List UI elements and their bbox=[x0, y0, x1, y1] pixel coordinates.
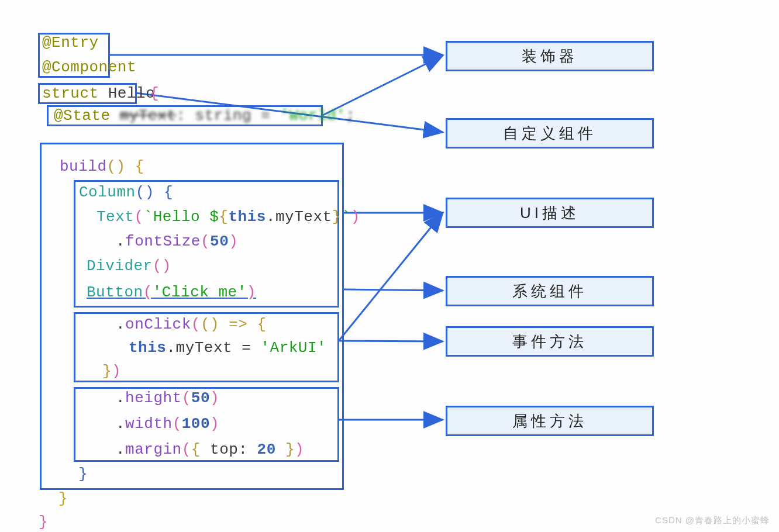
code-fontsize: .fontSize(50) bbox=[116, 233, 238, 251]
code-margin: .margin({ top: 20 }) bbox=[116, 441, 304, 459]
label-sys-comp: 系统组件 bbox=[446, 276, 654, 306]
arrow-onclick-to-ui bbox=[339, 213, 443, 340]
label-event-method: 事件方法 bbox=[446, 326, 654, 357]
code-column: Column() { bbox=[79, 184, 173, 202]
code-struct-close: } bbox=[39, 513, 48, 531]
label-attr-method: 属性方法 bbox=[446, 406, 654, 436]
watermark: CSDN @青春路上的小蜜蜂 bbox=[655, 515, 770, 526]
code-height: .height(50) bbox=[116, 389, 219, 407]
diagram-stage: @Entry @Component struct Hello { @State … bbox=[0, 0, 779, 532]
code-this-mytext: this.myText = 'ArkUI' bbox=[129, 339, 326, 357]
arrow-state-to-decorator bbox=[323, 56, 443, 115]
code-entry: @Entry bbox=[42, 34, 99, 52]
code-build-close: } bbox=[58, 490, 68, 508]
label-decorator: 装饰器 bbox=[446, 41, 654, 71]
code-build: build() { bbox=[60, 158, 144, 176]
code-divider: Divider() bbox=[87, 257, 171, 275]
code-component: @Component bbox=[42, 58, 136, 77]
label-custom-comp: 自定义组件 bbox=[446, 118, 654, 148]
arrow-column-to-syscomp bbox=[344, 289, 443, 291]
code-column-close: } bbox=[78, 465, 88, 483]
code-struct-brace: { bbox=[140, 85, 159, 103]
code-button: Button('Click me') bbox=[87, 284, 256, 302]
code-struct-line: struct Hello bbox=[42, 85, 155, 103]
label-ui-desc: UI描述 bbox=[446, 198, 654, 228]
arrow-onclick-to-event bbox=[339, 341, 443, 341]
code-onclick: .onClick(() => { bbox=[116, 316, 267, 334]
code-width: .width(100) bbox=[116, 415, 219, 433]
code-state-line: @State myText: string = 'World'; bbox=[54, 107, 355, 125]
code-onclick-close: }) bbox=[102, 362, 121, 381]
code-text: Text(`Hello ${this.myText}`) bbox=[96, 208, 360, 226]
